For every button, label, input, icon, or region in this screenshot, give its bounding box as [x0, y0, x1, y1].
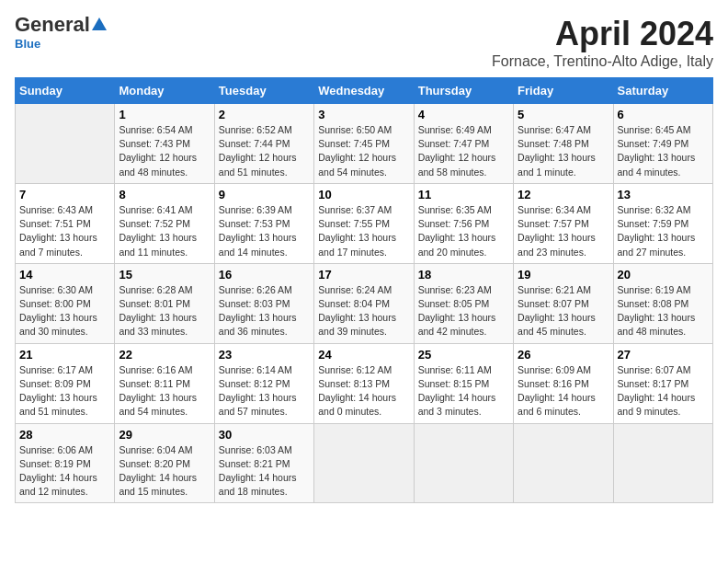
calendar-cell: 12Sunrise: 6:34 AMSunset: 7:57 PMDayligh…	[514, 183, 613, 263]
day-info: Sunrise: 6:24 AMSunset: 8:04 PMDaylight:…	[318, 283, 409, 339]
day-number: 29	[119, 428, 210, 442]
day-info: Sunrise: 6:04 AMSunset: 8:20 PMDaylight:…	[119, 443, 210, 500]
day-number: 18	[418, 268, 509, 282]
day-number: 9	[219, 188, 310, 201]
calendar-cell: 23Sunrise: 6:14 AMSunset: 8:12 PMDayligh…	[214, 343, 313, 423]
day-number: 27	[618, 348, 709, 362]
calendar-day-header: Friday	[514, 78, 613, 104]
day-number: 20	[618, 268, 709, 282]
day-number: 7	[19, 188, 110, 201]
day-number: 6	[618, 108, 709, 121]
calendar-cell: 24Sunrise: 6:12 AMSunset: 8:13 PMDayligh…	[314, 343, 414, 423]
calendar-cell	[613, 423, 712, 503]
day-number: 23	[219, 348, 310, 362]
logo-icon	[91, 16, 108, 32]
day-number: 8	[119, 188, 210, 201]
calendar-cell: 29Sunrise: 6:04 AMSunset: 8:20 PMDayligh…	[115, 423, 214, 503]
day-info: Sunrise: 6:30 AMSunset: 8:00 PMDaylight:…	[19, 283, 110, 339]
day-number: 21	[19, 348, 110, 362]
day-number: 2	[219, 108, 310, 121]
day-number: 4	[418, 108, 509, 121]
page-header: General Blue April 2024 Fornace, Trentin…	[15, 15, 713, 70]
calendar-cell: 13Sunrise: 6:32 AMSunset: 7:59 PMDayligh…	[613, 183, 712, 263]
calendar-day-header: Thursday	[414, 78, 513, 104]
day-number: 3	[318, 108, 409, 121]
day-info: Sunrise: 6:07 AMSunset: 8:17 PMDaylight:…	[618, 363, 709, 419]
calendar-day-header: Monday	[115, 78, 214, 104]
day-info: Sunrise: 6:21 AMSunset: 8:07 PMDaylight:…	[518, 283, 609, 339]
day-info: Sunrise: 6:50 AMSunset: 7:45 PMDaylight:…	[318, 123, 409, 179]
day-info: Sunrise: 6:54 AMSunset: 7:43 PMDaylight:…	[119, 123, 210, 179]
day-number: 5	[518, 108, 609, 121]
calendar-cell: 26Sunrise: 6:09 AMSunset: 8:16 PMDayligh…	[514, 343, 613, 423]
calendar-header-row: SundayMondayTuesdayWednesdayThursdayFrid…	[16, 78, 713, 104]
calendar-cell: 19Sunrise: 6:21 AMSunset: 8:07 PMDayligh…	[514, 263, 613, 343]
day-number: 15	[119, 268, 210, 282]
day-info: Sunrise: 6:34 AMSunset: 7:57 PMDaylight:…	[518, 203, 609, 259]
day-info: Sunrise: 6:03 AMSunset: 8:21 PMDaylight:…	[219, 443, 310, 500]
calendar-day-header: Tuesday	[214, 78, 313, 104]
calendar-day-header: Wednesday	[314, 78, 414, 104]
day-info: Sunrise: 6:49 AMSunset: 7:47 PMDaylight:…	[418, 123, 509, 179]
calendar-cell: 6Sunrise: 6:45 AMSunset: 7:49 PMDaylight…	[613, 104, 712, 184]
logo-general: General	[15, 15, 90, 35]
day-number: 26	[518, 348, 609, 362]
day-number: 13	[618, 188, 709, 201]
day-number: 22	[119, 348, 210, 362]
calendar-week-row: 14Sunrise: 6:30 AMSunset: 8:00 PMDayligh…	[16, 263, 713, 343]
calendar-cell: 8Sunrise: 6:41 AMSunset: 7:52 PMDaylight…	[115, 183, 214, 263]
calendar-week-row: 1Sunrise: 6:54 AMSunset: 7:43 PMDaylight…	[16, 104, 713, 184]
day-info: Sunrise: 6:06 AMSunset: 8:19 PMDaylight:…	[19, 443, 110, 500]
logo: General Blue	[15, 15, 108, 51]
day-number: 28	[19, 428, 110, 442]
calendar-cell: 11Sunrise: 6:35 AMSunset: 7:56 PMDayligh…	[414, 183, 513, 263]
logo-blue: Blue	[15, 37, 40, 51]
calendar-cell: 28Sunrise: 6:06 AMSunset: 8:19 PMDayligh…	[16, 423, 115, 503]
day-info: Sunrise: 6:32 AMSunset: 7:59 PMDaylight:…	[618, 203, 709, 259]
day-number: 10	[318, 188, 409, 201]
day-info: Sunrise: 6:37 AMSunset: 7:55 PMDaylight:…	[318, 203, 409, 259]
day-info: Sunrise: 6:45 AMSunset: 7:49 PMDaylight:…	[618, 123, 709, 179]
calendar-cell: 20Sunrise: 6:19 AMSunset: 8:08 PMDayligh…	[613, 263, 712, 343]
calendar-cell	[16, 104, 115, 184]
calendar-cell: 2Sunrise: 6:52 AMSunset: 7:44 PMDaylight…	[214, 104, 313, 184]
day-info: Sunrise: 6:16 AMSunset: 8:11 PMDaylight:…	[119, 363, 210, 419]
day-number: 16	[219, 268, 310, 282]
day-number: 17	[318, 268, 409, 282]
calendar-table: SundayMondayTuesdayWednesdayThursdayFrid…	[15, 77, 713, 503]
day-info: Sunrise: 6:28 AMSunset: 8:01 PMDaylight:…	[119, 283, 210, 339]
svg-marker-0	[92, 17, 107, 30]
day-info: Sunrise: 6:19 AMSunset: 8:08 PMDaylight:…	[618, 283, 709, 339]
calendar-cell: 21Sunrise: 6:17 AMSunset: 8:09 PMDayligh…	[16, 343, 115, 423]
calendar-cell: 5Sunrise: 6:47 AMSunset: 7:48 PMDaylight…	[514, 104, 613, 184]
day-info: Sunrise: 6:47 AMSunset: 7:48 PMDaylight:…	[518, 123, 609, 179]
day-info: Sunrise: 6:26 AMSunset: 8:03 PMDaylight:…	[219, 283, 310, 339]
calendar-cell: 9Sunrise: 6:39 AMSunset: 7:53 PMDaylight…	[214, 183, 313, 263]
calendar-cell: 1Sunrise: 6:54 AMSunset: 7:43 PMDaylight…	[115, 104, 214, 184]
page-title: April 2024	[492, 15, 713, 53]
day-number: 24	[318, 348, 409, 362]
calendar-cell: 14Sunrise: 6:30 AMSunset: 8:00 PMDayligh…	[16, 263, 115, 343]
calendar-cell: 4Sunrise: 6:49 AMSunset: 7:47 PMDaylight…	[414, 104, 513, 184]
day-number: 12	[518, 188, 609, 201]
calendar-week-row: 7Sunrise: 6:43 AMSunset: 7:51 PMDaylight…	[16, 183, 713, 263]
calendar-cell: 27Sunrise: 6:07 AMSunset: 8:17 PMDayligh…	[613, 343, 712, 423]
day-number: 14	[19, 268, 110, 282]
calendar-day-header: Sunday	[16, 78, 115, 104]
calendar-cell	[514, 423, 613, 503]
calendar-cell: 25Sunrise: 6:11 AMSunset: 8:15 PMDayligh…	[414, 343, 513, 423]
day-info: Sunrise: 6:39 AMSunset: 7:53 PMDaylight:…	[219, 203, 310, 259]
calendar-day-header: Saturday	[613, 78, 712, 104]
calendar-cell	[414, 423, 513, 503]
day-info: Sunrise: 6:09 AMSunset: 8:16 PMDaylight:…	[518, 363, 609, 419]
calendar-week-row: 28Sunrise: 6:06 AMSunset: 8:19 PMDayligh…	[16, 423, 713, 503]
day-number: 19	[518, 268, 609, 282]
day-info: Sunrise: 6:17 AMSunset: 8:09 PMDaylight:…	[19, 363, 110, 419]
day-info: Sunrise: 6:12 AMSunset: 8:13 PMDaylight:…	[318, 363, 409, 419]
calendar-cell: 10Sunrise: 6:37 AMSunset: 7:55 PMDayligh…	[314, 183, 414, 263]
calendar-cell: 22Sunrise: 6:16 AMSunset: 8:11 PMDayligh…	[115, 343, 214, 423]
day-number: 25	[418, 348, 509, 362]
calendar-cell: 3Sunrise: 6:50 AMSunset: 7:45 PMDaylight…	[314, 104, 414, 184]
calendar-cell: 30Sunrise: 6:03 AMSunset: 8:21 PMDayligh…	[214, 423, 313, 503]
title-block: April 2024 Fornace, Trentino-Alto Adige,…	[492, 15, 713, 70]
